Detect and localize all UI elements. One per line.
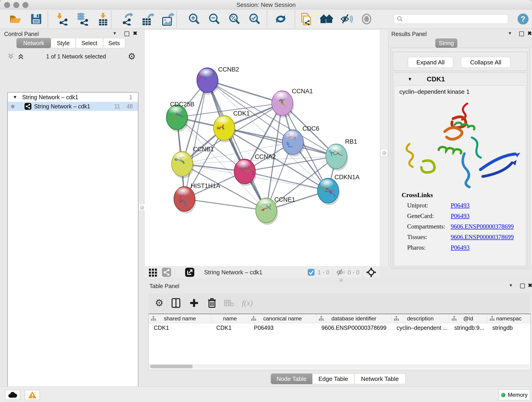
- network-edge[interactable]: [182, 142, 293, 164]
- table-panel-menu-button[interactable]: ▾: [510, 282, 512, 288]
- table-row[interactable]: CDK1 CDK1 P06493 9606.ENSP00000378699 cy…: [149, 323, 530, 332]
- memory-button[interactable]: Memory: [499, 389, 530, 400]
- network-share-icon: [25, 103, 32, 110]
- nodes-selected-checkbox[interactable]: [307, 269, 315, 276]
- zoom-in-button[interactable]: [186, 12, 202, 26]
- tab-sets[interactable]: Sets: [103, 38, 125, 48]
- column-header-name[interactable]: name: [211, 314, 249, 323]
- hide-selected-button[interactable]: [339, 12, 355, 26]
- export-image-button[interactable]: [160, 12, 176, 26]
- columns-icon[interactable]: [171, 298, 181, 308]
- import-table-button[interactable]: [95, 12, 111, 26]
- crosslink-link[interactable]: P06493: [451, 202, 470, 209]
- tab-network[interactable]: Network: [17, 38, 51, 48]
- left-splitter-handle[interactable]: [139, 204, 145, 211]
- birdseye-crosshair-button[interactable]: [366, 267, 376, 277]
- network-node[interactable]: CDC25B: [166, 101, 195, 132]
- open-session-button[interactable]: [7, 12, 24, 26]
- import-network-database-button[interactable]: [75, 12, 90, 26]
- entry-collapse-icon[interactable]: ▼: [408, 77, 412, 82]
- collapse-all-chevron-icon[interactable]: [7, 53, 14, 60]
- cloud-status-button[interactable]: [5, 390, 20, 400]
- zoom-fit-button[interactable]: [227, 12, 243, 26]
- export-network-button[interactable]: [119, 12, 135, 26]
- expand-all-button[interactable]: Expand All: [408, 57, 453, 68]
- network-tree-child-row[interactable]: String Network – cdk1 11 48: [8, 102, 138, 111]
- zoom-selected-button[interactable]: [247, 12, 263, 26]
- show-all-button[interactable]: [359, 12, 375, 26]
- apply-layout-button[interactable]: [273, 12, 289, 26]
- hidden-eye-icon[interactable]: [336, 268, 345, 276]
- tab-style[interactable]: Style: [51, 38, 76, 48]
- tab-network-table[interactable]: Network Table: [354, 374, 405, 384]
- crosslink-link[interactable]: 9606.ENSP00000378699: [451, 234, 514, 240]
- table-panel-float-button[interactable]: [520, 283, 525, 288]
- right-splitter-handle[interactable]: [380, 149, 388, 156]
- network-tree-root-row[interactable]: ▼ String Network – cdk1 1: [8, 93, 138, 102]
- network-collection-label: String Network – cdk1: [22, 94, 78, 101]
- column-header-description[interactable]: description: [392, 314, 449, 323]
- column-header-namespace[interactable]: namespac: [487, 314, 530, 323]
- tab-edge-table[interactable]: Edge Table: [312, 374, 354, 384]
- save-session-button[interactable]: [28, 12, 44, 26]
- network-edge[interactable]: [207, 80, 266, 211]
- network-node[interactable]: CCNB1: [172, 146, 214, 178]
- control-panel-close-button[interactable]: ✖: [133, 30, 137, 36]
- column-header-canonical-name[interactable]: canonical name: [249, 314, 317, 323]
- network-node[interactable]: CDC6: [282, 125, 319, 157]
- network-share-view-button[interactable]: [162, 268, 171, 277]
- table-panel-close-button[interactable]: ✖: [528, 282, 532, 288]
- selection-status: 1 of 1 Network selected: [24, 53, 128, 60]
- table-options-gear-icon[interactable]: ⚙: [155, 298, 164, 308]
- network-node[interactable]: CDKN1A: [317, 174, 360, 205]
- network-node-label: CCNA2: [255, 153, 276, 160]
- network-node[interactable]: CCNB2: [197, 66, 239, 95]
- result-entry-header[interactable]: ▼ CDK1: [393, 73, 527, 85]
- export-table-button[interactable]: [140, 12, 156, 26]
- collection-count: 1: [129, 94, 133, 101]
- network-node[interactable]: CCNE1: [256, 196, 295, 225]
- results-panel-float-button[interactable]: [519, 32, 524, 36]
- tab-select[interactable]: Select: [76, 38, 103, 48]
- bottom-splitter-handle[interactable]: [339, 278, 342, 282]
- network-node[interactable]: HIST1H1A: [174, 182, 220, 213]
- grid-view-button[interactable]: [148, 268, 158, 277]
- search-input[interactable]: [405, 16, 508, 22]
- tab-node-table[interactable]: Node Table: [271, 374, 312, 384]
- detach-view-button[interactable]: [185, 268, 195, 277]
- control-panel-float-button[interactable]: [124, 32, 129, 36]
- table-tabs: Node Table Edge Table Network Table: [147, 374, 532, 384]
- collapse-all-button[interactable]: Collapse All: [461, 57, 510, 68]
- crosslink-link[interactable]: 9606.ENSP00000378699: [451, 223, 514, 230]
- network-node[interactable]: RB1: [326, 138, 357, 171]
- crosslink-link[interactable]: P06493: [451, 212, 470, 219]
- network-edge[interactable]: [184, 199, 266, 211]
- results-panel-menu-button[interactable]: ▾: [509, 30, 511, 36]
- network-options-gear-icon[interactable]: ⚙: [128, 52, 136, 61]
- expand-all-chevron-icon[interactable]: [17, 53, 24, 60]
- column-tree-icon: [151, 316, 157, 322]
- scrollbar-thumb[interactable]: [150, 365, 193, 368]
- zoom-out-button[interactable]: [206, 12, 222, 26]
- clone-network-button[interactable]: [298, 12, 314, 26]
- warnings-button[interactable]: [25, 390, 40, 400]
- network-node[interactable]: CCNA2: [234, 153, 276, 186]
- network-canvas[interactable]: CCNB2CCNA1CDC25BCDK1CDC6RB1CCNB1CCNA2CDK…: [145, 30, 380, 266]
- tab-string[interactable]: String: [435, 38, 457, 48]
- node-gloss: [176, 187, 190, 197]
- import-network-file-button[interactable]: [54, 12, 70, 26]
- home-button[interactable]: [319, 12, 335, 26]
- network-edge[interactable]: [184, 80, 207, 199]
- crosslink-link[interactable]: P06493: [451, 244, 470, 251]
- column-header-id[interactable]: @id: [449, 314, 487, 323]
- tree-expand-icon[interactable]: ▼: [13, 95, 17, 100]
- column-header-shared-name[interactable]: shared name: [149, 314, 211, 323]
- results-panel-close-button[interactable]: ✖: [527, 30, 532, 36]
- add-column-icon[interactable]: [189, 298, 199, 308]
- delete-trash-icon[interactable]: [208, 298, 216, 308]
- control-panel-menu-button[interactable]: ▾: [114, 30, 116, 36]
- titlebar: Session: New Session: [0, 0, 532, 9]
- help-button[interactable]: ?: [515, 12, 531, 26]
- column-header-database-identifier[interactable]: database identifier: [317, 314, 392, 323]
- hidden-elements-status: 0 - 0: [348, 269, 360, 276]
